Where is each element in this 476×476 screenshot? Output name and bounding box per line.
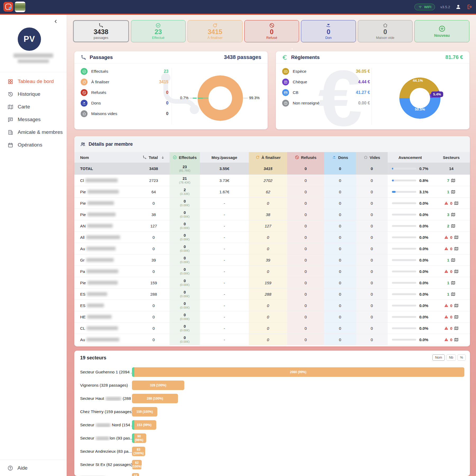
column-header-vides[interactable]: Vides bbox=[356, 152, 388, 163]
breakdown-label: Non renseigné bbox=[293, 101, 319, 106]
column-header-moy-passage[interactable]: Moy./passage bbox=[200, 152, 249, 163]
sidebar-item-aide[interactable]: Aide bbox=[0, 460, 67, 476]
stat-card-don[interactable]: 0Don bbox=[301, 20, 356, 42]
cell-secteurs: 0 bbox=[433, 198, 470, 209]
table-row[interactable]: Gr390(0.00€)-390000.0%1 bbox=[74, 254, 470, 266]
sidebar-item-amicale-membres[interactable]: Amicale & membres bbox=[0, 126, 67, 139]
cell-vides: 0 bbox=[356, 198, 388, 209]
sector-row[interactable]: Vignerons (328 passages)328 (100%) bbox=[74, 379, 470, 392]
map-icon bbox=[451, 190, 455, 194]
column-header-avancement[interactable]: Avancement bbox=[388, 152, 433, 163]
sidebar-item-tableau-de-bord[interactable]: Tableau de bord bbox=[0, 75, 67, 88]
users-icon bbox=[80, 141, 86, 147]
sector-row[interactable]: Secteur Andrezieux (83 pa...83 (100%) bbox=[74, 445, 470, 458]
cell-total: 0 bbox=[138, 323, 170, 334]
table-row[interactable]: All00(0.00€)-00000.0%0 bbox=[74, 232, 470, 243]
cell-avancement: 0.0% bbox=[388, 232, 433, 243]
cell-refuses: 0 bbox=[287, 163, 324, 175]
sector-row[interactable]: Secteur Haut (288 ...288 (100%) bbox=[74, 392, 470, 405]
stat-card-refus-[interactable]: 0Refusé bbox=[244, 20, 299, 42]
sidebar-item-op-rations[interactable]: Opérations bbox=[0, 139, 67, 151]
table-row[interactable]: Au00(0.00€)-00000.0%0 bbox=[74, 243, 470, 254]
table-row[interactable]: ES2880(0.00€)-2880000.0%1 bbox=[74, 289, 470, 300]
table-row-total[interactable]: TOTAL343823(81.76€)3.55€34150000.7%14 bbox=[74, 163, 470, 175]
sector-name-redacted bbox=[96, 437, 109, 440]
effectues-amount: (0.00€) bbox=[180, 340, 189, 344]
column-header-nom[interactable]: Nom bbox=[74, 152, 138, 163]
cell-total: 39 bbox=[138, 254, 170, 266]
secteurs-count: 1 bbox=[447, 281, 449, 285]
passages-breakdown-list: Effectués23À finaliser3415Refusés0Dons0M… bbox=[81, 66, 168, 119]
sector-bar-zone: 62 (100%) bbox=[132, 460, 470, 469]
avancement-value: 0.0% bbox=[419, 303, 428, 308]
cell-total: 3438 bbox=[138, 163, 170, 175]
members-card-header: Détails par membre bbox=[74, 136, 470, 152]
stat-card-passages[interactable]: 3438passages bbox=[73, 20, 129, 42]
avatar[interactable]: PV bbox=[18, 28, 41, 51]
member-name-prefix: ES bbox=[80, 303, 85, 308]
table-row[interactable]: Pie380(0.00€)-380000.0%3 bbox=[74, 209, 470, 220]
sector-row[interactable]: Secteur Guehenno 1 (2094 ...2080 (99%) bbox=[74, 365, 470, 379]
history-icon bbox=[7, 91, 13, 97]
sector-row[interactable]: Secteur Nord (154 ...153 (99%) bbox=[74, 418, 470, 432]
member-name-redacted bbox=[88, 281, 118, 285]
stat-card-value: 3438 bbox=[94, 28, 108, 35]
breakdown-value: 0 bbox=[166, 90, 168, 95]
sector-bar: 2080 (99%) bbox=[132, 367, 464, 377]
cell-refuses: 0 bbox=[287, 277, 324, 289]
sidebar-item-carte[interactable]: Carte bbox=[0, 100, 67, 113]
sector-row[interactable]: Secteur lon (93 pas...90 (96%) bbox=[74, 432, 470, 445]
table-row[interactable]: ES00(0.00€)-00000.0%0 bbox=[74, 300, 470, 311]
cell-dons: 0 bbox=[324, 186, 356, 198]
progress-bar bbox=[392, 191, 416, 193]
sectors-sort-nom[interactable]: Nom bbox=[432, 354, 445, 361]
table-row[interactable]: HE00(0.00€)-00000.0%0 bbox=[74, 311, 470, 323]
app-logo-icon[interactable] bbox=[3, 2, 13, 12]
passages-total: 3438 passages bbox=[224, 54, 261, 60]
table-row[interactable]: Au00(0.00€)-00000.0%0 bbox=[74, 334, 470, 345]
table-row[interactable]: Pa00(0.00€)-00000.0%0 bbox=[74, 266, 470, 277]
user-account-icon[interactable] bbox=[455, 4, 461, 10]
sectors-sort-pct[interactable]: % bbox=[457, 354, 466, 361]
passages-donut-chart bbox=[198, 75, 243, 121]
table-row[interactable]: CL00(0.00€)-00000.0%0 bbox=[74, 323, 470, 334]
stat-card-nouveau[interactable]: Nouveau bbox=[414, 20, 469, 42]
sidebar-divider bbox=[0, 72, 67, 72]
sector-row[interactable]: 44 (1 bbox=[74, 471, 470, 476]
sector-row[interactable]: Secteur St Ex (62 passages)62 (100%) bbox=[74, 458, 470, 471]
sidebar-collapse-button[interactable] bbox=[53, 18, 60, 25]
cell-a-finaliser: 288 bbox=[249, 289, 287, 300]
progress-bar bbox=[392, 327, 416, 329]
column-header-label: Effectués bbox=[179, 155, 197, 160]
sidebar-item-messages[interactable]: Messages bbox=[0, 113, 67, 126]
table-row[interactable]: Pie1590(0.00€)-1590000.0%1 bbox=[74, 277, 470, 289]
cell-moy-passage: 1.67€ bbox=[200, 186, 249, 198]
cell-total: 0 bbox=[138, 266, 170, 277]
stat-card--finaliser[interactable]: 3415À finaliser bbox=[187, 20, 242, 42]
column-header-secteurs[interactable]: Secteurs bbox=[433, 152, 470, 163]
column-header-effectu-s[interactable]: Effectués bbox=[170, 152, 200, 163]
stat-card-effectu-[interactable]: 23Effectué bbox=[131, 20, 186, 42]
amicale-photo-thumbnail[interactable] bbox=[15, 2, 25, 12]
table-row[interactable]: Pie00(0.00€)-00000.0%0 bbox=[74, 198, 470, 209]
sector-row[interactable]: Chez Thierry (159 passages)159 (100%) bbox=[74, 405, 470, 418]
table-row[interactable]: AN1270(0.00€)-1270000.0%2 bbox=[74, 220, 470, 232]
logout-icon[interactable] bbox=[466, 4, 472, 10]
column-header-label: Vides bbox=[370, 155, 380, 160]
progress-bar bbox=[392, 248, 416, 250]
effectues-count: 2 bbox=[184, 188, 186, 192]
column-header-label: Total bbox=[149, 155, 158, 160]
column-header-refus-s[interactable]: Refusés bbox=[287, 152, 324, 163]
column-header--finaliser[interactable]: À finaliser bbox=[249, 152, 287, 163]
cell-effectues: 0(0.00€) bbox=[170, 209, 200, 220]
member-name-redacted bbox=[87, 326, 118, 330]
column-header-dons[interactable]: Dons bbox=[324, 152, 356, 163]
table-row[interactable]: Cl272321(78.43€)3.73€27020000.8%7 bbox=[74, 175, 470, 186]
sectors-sort-nb[interactable]: Nb bbox=[446, 354, 456, 361]
stat-card-maison-vide[interactable]: 0Maison vide bbox=[358, 20, 413, 42]
sidebar-item-historique[interactable]: Historique bbox=[0, 88, 67, 100]
column-header-total[interactable]: Total bbox=[138, 152, 170, 163]
table-row[interactable]: Pie642(3.33€)1.67€620003.1%1 bbox=[74, 186, 470, 198]
effectues-amount: (81.76€) bbox=[179, 169, 190, 172]
secteurs-count: 1 bbox=[447, 258, 449, 262]
